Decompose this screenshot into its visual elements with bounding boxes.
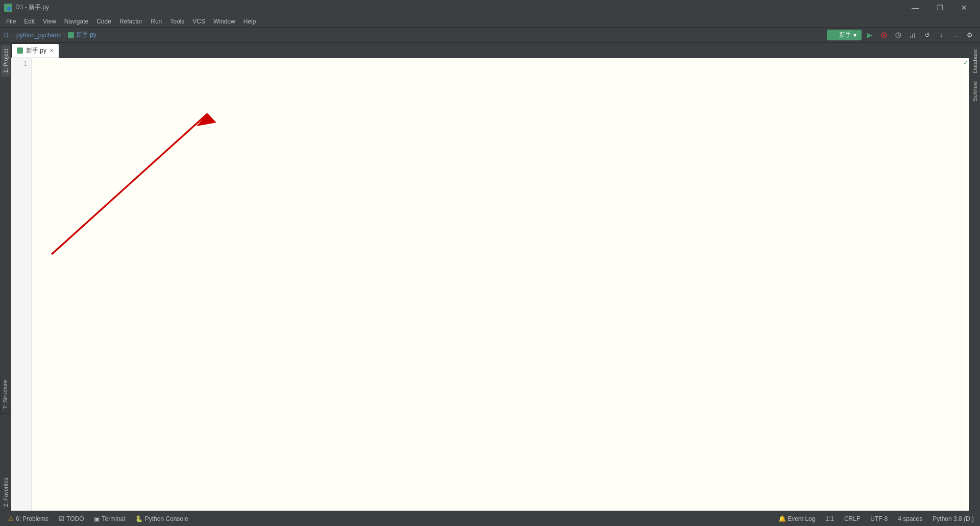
status-bar: 🔔 Event Log 1:1 CRLF UTF-8 4 spaces Pyth… bbox=[776, 514, 976, 523]
tab-terminal[interactable]: ▣ Terminal bbox=[90, 514, 129, 524]
bottom-panel: ⚠ 6: Problems ☑ TODO ▣ Terminal 🐍 Python… bbox=[0, 511, 980, 526]
menu-code[interactable]: Code bbox=[92, 17, 115, 26]
sidebar-item-project[interactable]: 1: Project bbox=[1, 45, 10, 77]
editor-tabs: 新手.py × bbox=[11, 43, 969, 58]
breadcrumb-drive[interactable]: D: bbox=[4, 32, 10, 39]
tab-label: 新手.py bbox=[26, 46, 46, 55]
menu-vcs[interactable]: VCS bbox=[188, 17, 209, 26]
main-area: 1: Project 2: Favorites 新手.py × 1 bbox=[0, 43, 980, 511]
rerun-button[interactable]: ↺ bbox=[921, 29, 933, 41]
window-controls: — ❐ ✕ bbox=[903, 0, 976, 15]
svg-line-8 bbox=[52, 113, 208, 254]
right-panel-tabs: Database SciView bbox=[969, 43, 980, 511]
python-interpreter[interactable]: Python 3.8 (D:) bbox=[930, 514, 976, 523]
svg-rect-7 bbox=[914, 33, 915, 38]
tab-python-console[interactable]: 🐍 Python Console bbox=[131, 514, 192, 524]
svg-marker-9 bbox=[197, 113, 216, 126]
menu-view[interactable]: View bbox=[39, 17, 60, 26]
minimize-button[interactable]: — bbox=[903, 0, 927, 15]
nav-bar: D: › python_pycharm › 新手.py 新手 ▾ ▶ bbox=[0, 28, 980, 43]
terminal-label: Terminal bbox=[102, 515, 125, 522]
menu-refactor[interactable]: Refactor bbox=[115, 17, 146, 26]
menu-navigate[interactable]: Navigate bbox=[60, 17, 92, 26]
sidebar-item-structure[interactable]: 7: Structure bbox=[0, 376, 10, 414]
breadcrumb-project[interactable]: python_pycharm bbox=[16, 32, 62, 39]
event-log-button[interactable]: 🔔 Event Log bbox=[776, 514, 817, 523]
coverage-button[interactable] bbox=[892, 29, 904, 41]
menu-bar: File Edit View Navigate Code Refactor Ru… bbox=[0, 15, 980, 28]
encoding[interactable]: UTF-8 bbox=[868, 514, 890, 523]
annotation-arrow bbox=[32, 58, 962, 511]
left-panel-tabs: 1: Project 2: Favorites bbox=[0, 43, 11, 511]
menu-edit[interactable]: Edit bbox=[20, 17, 39, 26]
problems-label: 6: Problems bbox=[16, 515, 48, 522]
event-log-icon: 🔔 bbox=[778, 515, 786, 522]
run-config-selector[interactable]: 新手 ▾ bbox=[827, 30, 862, 40]
sidebar-item-sciview[interactable]: SciView bbox=[970, 77, 979, 105]
breadcrumb: D: › python_pycharm › 新手.py bbox=[4, 31, 96, 39]
cursor-position[interactable]: 1:1 bbox=[823, 514, 836, 523]
run-config-area: 新手 ▾ ▶ ↺ ↓ … ⚙ bbox=[827, 29, 976, 41]
right-gutter: ✓ bbox=[962, 58, 969, 511]
profile-button[interactable] bbox=[906, 29, 919, 41]
restore-layout-button[interactable]: ↓ bbox=[935, 29, 947, 41]
problems-icon: ⚠ bbox=[8, 515, 14, 522]
menu-window[interactable]: Window bbox=[209, 17, 239, 26]
more-actions-button[interactable]: … bbox=[949, 29, 962, 41]
terminal-icon: ▣ bbox=[94, 515, 100, 522]
line-numbers: 1 bbox=[11, 58, 32, 511]
app-icon bbox=[4, 4, 12, 12]
line-number-1: 1 bbox=[11, 59, 27, 68]
gutter-check-mark: ✓ bbox=[963, 59, 968, 66]
svg-rect-6 bbox=[912, 34, 913, 38]
run-button[interactable]: ▶ bbox=[864, 29, 876, 41]
settings-button[interactable]: ⚙ bbox=[964, 29, 976, 41]
breadcrumb-file[interactable]: 新手.py bbox=[68, 31, 96, 39]
menu-file[interactable]: File bbox=[2, 17, 20, 26]
tab-problems[interactable]: ⚠ 6: Problems bbox=[4, 514, 53, 524]
editor-container: 新手.py × 1 ✓ bbox=[11, 43, 969, 511]
svg-point-1 bbox=[7, 7, 11, 11]
debug-button[interactable] bbox=[878, 29, 890, 41]
maximize-button[interactable]: ❐ bbox=[928, 0, 951, 15]
window-title: D:\ - 新手.py bbox=[15, 3, 903, 12]
editor-area: 1 ✓ bbox=[11, 58, 969, 511]
line-ending[interactable]: CRLF bbox=[842, 514, 862, 523]
menu-tools[interactable]: Tools bbox=[166, 17, 188, 26]
python-console-icon: 🐍 bbox=[135, 515, 143, 522]
menu-help[interactable]: Help bbox=[239, 17, 260, 26]
code-editor[interactable] bbox=[32, 58, 962, 511]
tab-xinshoushou[interactable]: 新手.py × bbox=[11, 43, 59, 58]
menu-run[interactable]: Run bbox=[146, 17, 166, 26]
svg-point-3 bbox=[883, 34, 885, 36]
svg-rect-5 bbox=[910, 36, 911, 38]
tab-close-button[interactable]: × bbox=[50, 47, 54, 54]
sidebar-item-favorites[interactable]: 2: Favorites bbox=[1, 473, 10, 511]
close-button[interactable]: ✕ bbox=[952, 0, 976, 15]
python-console-label: Python Console bbox=[145, 515, 188, 522]
sidebar-item-database[interactable]: Database bbox=[970, 45, 979, 77]
indent-settings[interactable]: 4 spaces bbox=[896, 514, 924, 523]
tab-todo[interactable]: ☑ TODO bbox=[55, 514, 88, 524]
file-icon bbox=[17, 47, 23, 54]
todo-label: TODO bbox=[66, 515, 84, 522]
title-bar: D:\ - 新手.py — ❐ ✕ bbox=[0, 0, 980, 15]
todo-icon: ☑ bbox=[59, 515, 64, 522]
